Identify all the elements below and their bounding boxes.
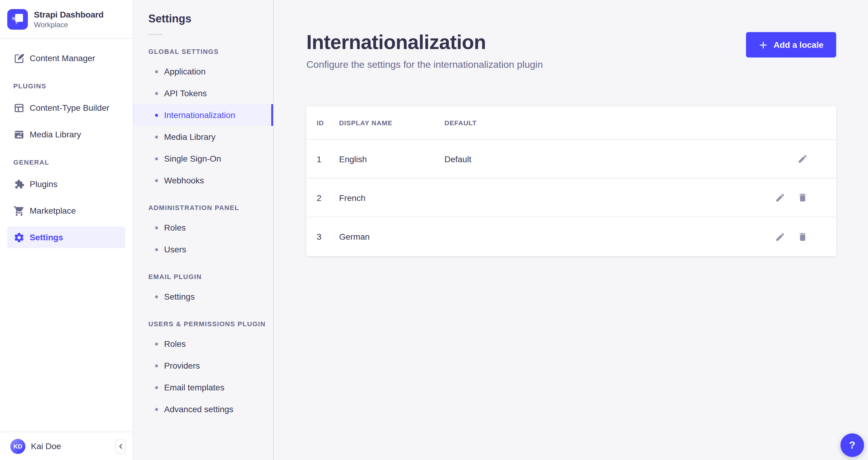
subnav-title: Settings bbox=[133, 13, 273, 24]
sidebar-item-marketplace[interactable]: Marketplace bbox=[7, 200, 125, 222]
subnav-item-label: Users bbox=[164, 244, 186, 254]
sidebar-item-plugins[interactable]: Plugins bbox=[7, 173, 125, 195]
brand-text: Strapi Dashboard Workplace bbox=[34, 9, 103, 29]
column-header-default: DEFAULT bbox=[444, 119, 732, 127]
trash-icon bbox=[797, 193, 807, 203]
subnav-item-admin-users[interactable]: Users bbox=[133, 238, 273, 260]
subnav-item-label: Internationalization bbox=[164, 110, 235, 120]
sidebar-item-label: Marketplace bbox=[30, 206, 76, 216]
sidebar-item-label: Content-Type Builder bbox=[30, 103, 109, 112]
puzzle-icon bbox=[13, 178, 25, 190]
row-actions bbox=[732, 151, 811, 167]
table-row[interactable]: 3 German bbox=[306, 217, 836, 256]
row-actions bbox=[732, 189, 811, 206]
layout-icon bbox=[13, 102, 25, 113]
bullet-icon bbox=[155, 157, 158, 160]
subnav-item-application[interactable]: Application bbox=[133, 61, 273, 82]
subnav-item-label: API Tokens bbox=[164, 88, 207, 98]
avatar[interactable]: KD bbox=[10, 438, 25, 454]
gear-icon bbox=[13, 231, 25, 243]
sidebar-item-content-manager[interactable]: Content Manager bbox=[7, 47, 125, 69]
main-sidebar: Strapi Dashboard Workplace Content Manag… bbox=[0, 0, 133, 460]
subnav-item-email-templates[interactable]: Email templates bbox=[133, 376, 273, 398]
subnav-item-media-library[interactable]: Media Library bbox=[133, 126, 273, 148]
strapi-logo bbox=[7, 9, 28, 29]
subnav-item-single-sign-on[interactable]: Single Sign-On bbox=[133, 148, 273, 169]
settings-subnav: Settings GLOBAL SETTINGS Application API… bbox=[133, 0, 274, 460]
column-header-display-name: DISPLAY NAME bbox=[339, 119, 444, 127]
sidebar-item-label: Content Manager bbox=[30, 53, 95, 63]
subnav-item-internationalization[interactable]: Internationalization bbox=[133, 104, 273, 126]
bullet-icon bbox=[155, 295, 158, 298]
bullet-icon bbox=[155, 113, 158, 117]
cell-display-name: English bbox=[339, 154, 444, 164]
workspace-name: Workplace bbox=[34, 20, 103, 29]
trash-icon bbox=[797, 231, 807, 242]
sidebar-item-content-type-builder[interactable]: Content-Type Builder bbox=[7, 97, 125, 119]
sidebar-nav: Content Manager PLUGINS Content-Type Bui… bbox=[0, 39, 133, 248]
cell-display-name: German bbox=[339, 232, 444, 241]
sidebar-item-label: Media Library bbox=[30, 130, 81, 139]
add-locale-label: Add a locale bbox=[774, 40, 824, 50]
plus-icon bbox=[758, 40, 768, 49]
edit-locale-button[interactable] bbox=[794, 151, 811, 167]
subnav-item-label: Single Sign-On bbox=[164, 154, 221, 163]
bullet-icon bbox=[155, 92, 158, 95]
sidebar-section-plugins: PLUGINS bbox=[13, 82, 125, 90]
help-button[interactable]: ? bbox=[840, 433, 864, 457]
cell-id: 2 bbox=[317, 193, 339, 202]
subnav-item-label: Roles bbox=[164, 339, 186, 349]
sidebar-footer: KD Kai Doe bbox=[0, 432, 133, 460]
subnav-item-providers[interactable]: Providers bbox=[133, 355, 273, 376]
table-row[interactable]: 1 English Default bbox=[306, 140, 836, 178]
subnav-section-email-plugin: EMAIL PLUGIN bbox=[148, 272, 273, 281]
cart-icon bbox=[13, 205, 25, 217]
table-header-row: ID DISPLAY NAME DEFAULT bbox=[306, 106, 836, 140]
page-header: Internationalization Configure the setti… bbox=[306, 31, 836, 71]
subnav-item-email-settings[interactable]: Settings bbox=[133, 286, 273, 307]
subnav-section-administration-panel: ADMINISTRATION PANEL bbox=[148, 203, 273, 212]
cell-id: 1 bbox=[317, 154, 339, 164]
sidebar-item-media-library[interactable]: Media Library bbox=[7, 124, 125, 145]
bullet-icon bbox=[155, 179, 158, 182]
edit-locale-button[interactable] bbox=[771, 228, 788, 245]
delete-locale-button[interactable] bbox=[794, 189, 811, 206]
bullet-icon bbox=[155, 248, 158, 251]
strapi-dashboard: Strapi Dashboard Workplace Content Manag… bbox=[0, 0, 868, 460]
add-locale-button[interactable]: Add a locale bbox=[746, 32, 836, 58]
table-row[interactable]: 2 French bbox=[306, 178, 836, 217]
subnav-item-advanced-settings[interactable]: Advanced settings bbox=[133, 398, 273, 420]
bullet-icon bbox=[155, 386, 158, 389]
strapi-logo-glyph bbox=[7, 9, 28, 29]
bullet-icon bbox=[155, 70, 158, 73]
sidebar-item-label: Settings bbox=[30, 232, 63, 242]
subnav-item-webhooks[interactable]: Webhooks bbox=[133, 169, 273, 191]
locales-table: ID DISPLAY NAME DEFAULT 1 English Defaul… bbox=[306, 106, 836, 256]
subnav-item-label: Providers bbox=[164, 361, 200, 370]
pencil-icon bbox=[775, 231, 785, 242]
sidebar-collapse-button[interactable] bbox=[115, 438, 126, 454]
subnav-section-global-settings: GLOBAL SETTINGS bbox=[148, 47, 273, 56]
delete-locale-button[interactable] bbox=[794, 228, 811, 245]
bullet-icon bbox=[155, 226, 158, 229]
subnav-item-label: Email templates bbox=[164, 383, 224, 392]
cell-default: Default bbox=[444, 154, 732, 164]
sidebar-item-label: Plugins bbox=[30, 179, 58, 189]
subnav-item-up-roles[interactable]: Roles bbox=[133, 333, 273, 355]
edit-locale-button[interactable] bbox=[771, 189, 788, 206]
main-content: Internationalization Configure the setti… bbox=[274, 0, 868, 460]
pencil-icon bbox=[797, 154, 807, 164]
workspace-switcher[interactable]: Strapi Dashboard Workplace bbox=[0, 0, 133, 39]
image-icon bbox=[13, 129, 25, 140]
cell-display-name: French bbox=[339, 193, 444, 202]
subnav-item-label: Webhooks bbox=[164, 175, 204, 185]
subnav-item-admin-roles[interactable]: Roles bbox=[133, 217, 273, 238]
sidebar-item-settings[interactable]: Settings bbox=[7, 226, 125, 248]
sidebar-section-general: GENERAL bbox=[13, 159, 125, 166]
user-name: Kai Doe bbox=[31, 441, 61, 451]
subnav-item-api-tokens[interactable]: API Tokens bbox=[133, 82, 273, 104]
app-title: Strapi Dashboard bbox=[34, 9, 103, 19]
pen-icon bbox=[13, 52, 25, 64]
bullet-icon bbox=[155, 135, 158, 138]
subnav-item-label: Application bbox=[164, 67, 206, 76]
